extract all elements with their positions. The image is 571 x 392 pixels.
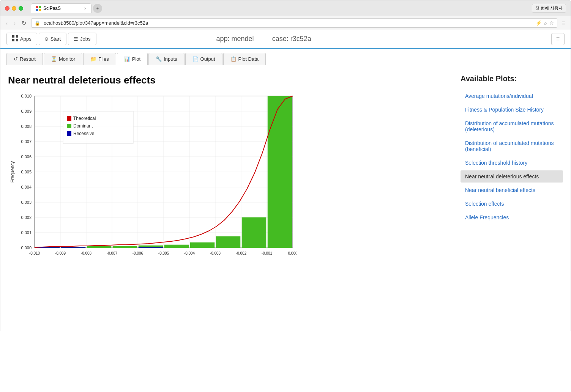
svg-text:0.007: 0.007	[21, 139, 32, 144]
tab-restart-label: Restart	[20, 56, 36, 62]
svg-rect-6	[12, 39, 14, 41]
svg-rect-68	[67, 116, 71, 121]
back-button[interactable]: ‹	[4, 19, 9, 27]
address-bar[interactable]: 🔒 localhost:8580/plot/34?app=mendel&cid=…	[31, 18, 557, 28]
svg-text:0.001: 0.001	[21, 230, 32, 235]
toolbar-menu-button[interactable]: ≡	[551, 33, 565, 45]
lock-icon: 🔒	[35, 20, 40, 26]
browser-tab[interactable]: SciPaaS ×	[31, 3, 91, 13]
sidebar-title: Available Plots:	[461, 74, 563, 83]
plot-title: Near neutral deleterious effects	[8, 74, 449, 86]
maximize-button[interactable]	[19, 6, 23, 11]
svg-rect-5	[16, 35, 18, 38]
tab-plot[interactable]: 📊 Plot	[117, 53, 148, 65]
tab-plot-data[interactable]: 📋 Plot Data	[223, 53, 266, 65]
svg-rect-3	[39, 9, 41, 11]
svg-text:0.005: 0.005	[21, 170, 32, 174]
tab-inputs-label: Inputs	[164, 56, 177, 62]
tab-inputs[interactable]: 🔧 Inputs	[148, 53, 184, 65]
jobs-button[interactable]: ☰ Jobs	[68, 33, 96, 45]
bookmark-icon[interactable]: ☆	[549, 20, 554, 26]
svg-text:-0.005: -0.005	[158, 251, 169, 255]
plot-data-icon: 📋	[230, 56, 237, 62]
svg-text:-0.004: -0.004	[184, 251, 195, 255]
svg-rect-65	[61, 247, 85, 248]
apps-label: Apps	[20, 36, 32, 42]
tab-plot-label: Plot	[132, 56, 140, 62]
address-bar-icons: ⚡ ⌕ ☆	[536, 20, 554, 26]
address-text: localhost:8580/plot/34?app=mendel&cid=r3…	[43, 20, 148, 26]
svg-rect-57	[113, 246, 137, 248]
inputs-icon: 🔧	[156, 56, 162, 62]
forward-button[interactable]: ›	[12, 19, 17, 27]
apps-button[interactable]: Apps	[6, 33, 37, 45]
apps-icon	[12, 35, 18, 43]
svg-text:-0.006: -0.006	[132, 251, 144, 255]
plot-area: Near neutral deleterious effects	[8, 74, 449, 322]
jobs-icon: ☰	[74, 36, 78, 42]
sidebar-link-near-neutral-ben[interactable]: Near neutral beneficial effects	[461, 184, 563, 196]
chart-container: 0.000 0.001 0.002 0.003 0.004 0.005 0.00…	[8, 92, 297, 267]
app-info: app: mendel case: r3c52a	[216, 35, 311, 43]
sidebar-link-near-neutral-del[interactable]: Near neutral deleterious effects	[461, 170, 563, 183]
start-button[interactable]: ⊙ Start	[39, 33, 66, 45]
svg-text:-0.001: -0.001	[262, 251, 273, 255]
korean-user-button[interactable]: 첫 번째 사용자	[532, 4, 566, 13]
sidebar-link-avg-mutations[interactable]: Average mutations/individual	[461, 90, 563, 102]
sidebar-link-selection-threshold[interactable]: Selection threshold history	[461, 157, 563, 169]
minimize-button[interactable]	[12, 6, 16, 11]
tab-output-label: Output	[200, 56, 215, 62]
svg-text:-0.007: -0.007	[107, 251, 118, 255]
svg-text:0.008: 0.008	[21, 124, 32, 129]
browser-menu-button[interactable]: ≡	[560, 19, 567, 27]
action-tabs: ↺ Restart ⏳ Monitor 📁 Files 📊 Plot 🔧 Inp…	[0, 49, 571, 65]
sidebar-link-allele-freq[interactable]: Allele Frequencies	[461, 211, 563, 224]
svg-text:Dominant: Dominant	[73, 123, 93, 129]
tab-plot-data-label: Plot Data	[238, 56, 259, 62]
files-icon: 📁	[90, 56, 96, 62]
start-label: Start	[50, 36, 61, 42]
svg-text:0.010: 0.010	[21, 94, 32, 98]
tab-monitor[interactable]: ⏳ Monitor	[44, 53, 82, 65]
sidebar-link-dist-deleterious[interactable]: Distribution of accumulated mutations (d…	[461, 117, 563, 135]
svg-rect-72	[67, 131, 71, 136]
tab-files[interactable]: 📁 Files	[83, 53, 116, 65]
output-icon: 📄	[192, 56, 199, 62]
svg-rect-63	[268, 96, 292, 248]
sidebar-link-dist-beneficial[interactable]: Distribution of accumulated mutations (b…	[461, 137, 563, 155]
tab-files-label: Files	[98, 56, 109, 62]
lightning-icon: ⚡	[536, 20, 542, 26]
toolbar-nav-buttons: Apps ⊙ Start ☰ Jobs	[6, 33, 96, 45]
svg-text:Frequency: Frequency	[10, 161, 15, 183]
traffic-lights	[5, 6, 23, 11]
svg-rect-61	[216, 236, 240, 248]
sidebar-link-selection-effects[interactable]: Selection effects	[461, 198, 563, 210]
address-bar-row: ‹ › ↻ 🔒 localhost:8580/plot/34?app=mende…	[0, 16, 571, 30]
svg-text:-0.003: -0.003	[210, 251, 221, 255]
svg-rect-62	[242, 217, 266, 248]
svg-rect-2	[36, 9, 38, 11]
search-icon[interactable]: ⌕	[544, 20, 547, 26]
svg-text:-0.008: -0.008	[81, 251, 92, 255]
tab-favicon-icon	[36, 6, 41, 11]
tab-restart[interactable]: ↺ Restart	[6, 53, 43, 65]
sidebar: Available Plots: Average mutations/indiv…	[449, 74, 563, 322]
svg-text:-0.010: -0.010	[29, 251, 40, 255]
reload-button[interactable]: ↻	[20, 19, 28, 27]
svg-rect-59	[164, 245, 189, 248]
monitor-icon: ⏳	[51, 56, 57, 62]
new-tab-button[interactable]: +	[93, 4, 102, 13]
tab-bar: SciPaaS × +	[31, 3, 529, 13]
tab-close-button[interactable]: ×	[84, 6, 87, 11]
tab-output[interactable]: 📄 Output	[185, 53, 222, 65]
close-button[interactable]	[5, 6, 9, 11]
svg-text:0.003: 0.003	[21, 200, 32, 205]
svg-text:-0.009: -0.009	[55, 251, 66, 255]
tab-title: SciPaaS	[43, 6, 61, 11]
restart-icon: ↺	[14, 56, 18, 62]
sidebar-link-fitness-history[interactable]: Fitness & Population Size History	[461, 104, 563, 116]
svg-rect-4	[12, 35, 14, 38]
svg-text:-0.002: -0.002	[236, 251, 247, 255]
svg-rect-7	[16, 39, 18, 41]
svg-rect-60	[190, 242, 215, 248]
